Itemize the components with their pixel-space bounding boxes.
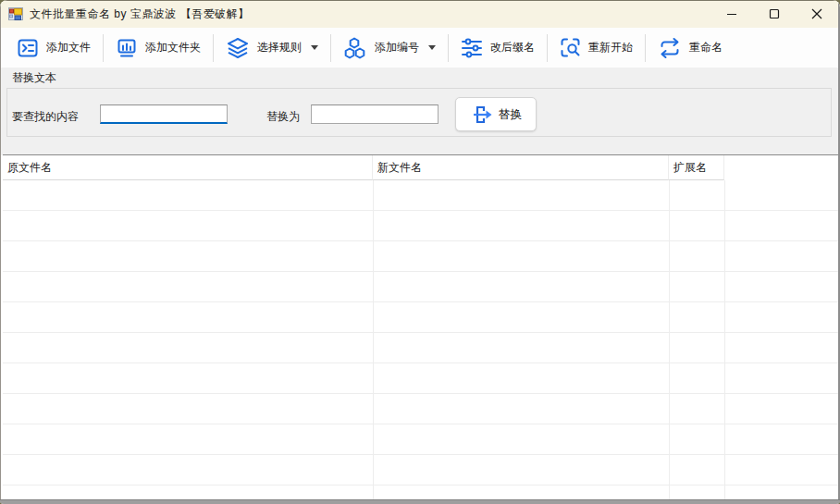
app-window: 文件批量重命名 by 宝鼎波波 【吾爱破解】 bbox=[0, 0, 840, 504]
close-icon bbox=[811, 8, 822, 19]
chevron-down-icon bbox=[428, 45, 436, 50]
toolbar-button-label: 重新开始 bbox=[588, 40, 633, 55]
file-list-header: 原文件名 新文件名 扩展名 bbox=[3, 155, 838, 180]
toolbar-separator bbox=[547, 34, 548, 62]
chevron-down-icon bbox=[311, 45, 318, 50]
toolbar-separator bbox=[448, 34, 449, 62]
column-header-original-name[interactable]: 原文件名 bbox=[3, 155, 373, 180]
toolbar-button-label: 添加编号 bbox=[375, 40, 419, 55]
sliders-icon bbox=[461, 37, 483, 59]
column-header-filler bbox=[724, 155, 838, 180]
column-divider bbox=[373, 180, 374, 501]
toolbar-separator bbox=[213, 34, 214, 62]
maximize-icon bbox=[769, 8, 780, 19]
window-top-border bbox=[0, 0, 840, 1]
toolbar-button-label: 添加文件夹 bbox=[145, 40, 201, 55]
add-file-icon bbox=[17, 37, 39, 59]
minimize-icon bbox=[726, 8, 737, 19]
toolbar-button-label: 添加文件 bbox=[46, 40, 91, 55]
scan-search-icon bbox=[560, 37, 581, 58]
layers-icon bbox=[226, 36, 250, 60]
file-list[interactable]: 原文件名 新文件名 扩展名 bbox=[3, 154, 838, 500]
replace-with-label: 替换为 bbox=[266, 107, 300, 127]
replace-button[interactable]: 替换 bbox=[455, 97, 537, 131]
add-files-button[interactable]: 添加文件 bbox=[6, 31, 101, 65]
close-button[interactable] bbox=[796, 0, 838, 28]
repeat-icon bbox=[658, 36, 682, 60]
minimize-button[interactable] bbox=[710, 0, 753, 28]
change-extension-button[interactable]: 改后缀名 bbox=[451, 31, 545, 65]
replace-button-label: 替换 bbox=[499, 106, 523, 123]
window-title: 文件批量重命名 by 宝鼎波波 【吾爱破解】 bbox=[30, 6, 250, 22]
toolbar-separator bbox=[330, 34, 331, 62]
add-folder-icon bbox=[116, 37, 138, 59]
toolbar: 添加文件 添加文件夹 选择规则 bbox=[0, 28, 840, 68]
rename-button[interactable]: 重命名 bbox=[648, 31, 733, 65]
toolbar-button-label: 选择规则 bbox=[257, 40, 302, 55]
column-divider bbox=[724, 180, 725, 501]
restart-button[interactable]: 重新开始 bbox=[550, 31, 643, 65]
replace-with-input[interactable] bbox=[311, 104, 439, 124]
select-rule-button[interactable]: 选择规则 bbox=[216, 31, 328, 65]
window-left-border bbox=[0, 0, 1, 504]
toolbar-button-label: 改后缀名 bbox=[490, 40, 535, 55]
column-header-new-name[interactable]: 新文件名 bbox=[373, 155, 669, 180]
add-number-button[interactable]: 添加编号 bbox=[333, 31, 446, 65]
title-bar[interactable]: 文件批量重命名 by 宝鼎波波 【吾爱破解】 bbox=[0, 0, 840, 28]
app-icon bbox=[8, 6, 23, 21]
find-label: 要查找的内容 bbox=[12, 107, 79, 127]
maximize-button[interactable] bbox=[753, 0, 796, 28]
window-bottom-border[interactable] bbox=[0, 499, 840, 504]
file-list-body[interactable] bbox=[3, 180, 838, 501]
find-input[interactable] bbox=[100, 104, 228, 124]
add-folder-button[interactable]: 添加文件夹 bbox=[105, 31, 211, 65]
column-header-extension[interactable]: 扩展名 bbox=[669, 155, 724, 180]
replace-panel: 替换文本 要查找的内容 替换为 替换 bbox=[0, 68, 840, 155]
toolbar-button-label: 重命名 bbox=[689, 40, 723, 55]
groupbox-title: 替换文本 bbox=[10, 70, 58, 86]
hexagons-icon bbox=[343, 36, 367, 60]
column-divider bbox=[669, 180, 670, 501]
toolbar-separator bbox=[645, 34, 646, 62]
toolbar-separator bbox=[103, 34, 104, 62]
arrow-through-bracket-icon bbox=[470, 103, 494, 127]
